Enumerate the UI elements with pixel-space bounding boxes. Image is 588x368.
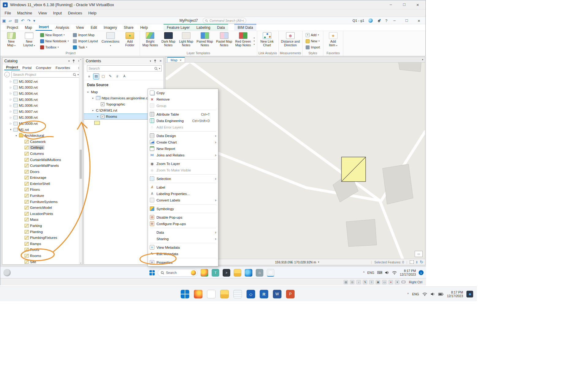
vbox-menu-file[interactable]: File (2, 10, 13, 16)
ribbon-button-add-item[interactable]: AddItem ▾ (325, 32, 342, 51)
snapping-icon[interactable] (115, 74, 120, 79)
ribbon-tab-edit[interactable]: Edit (87, 25, 100, 31)
save-project-icon[interactable] (14, 18, 18, 23)
data-source-icon[interactable] (93, 74, 99, 79)
touch-keyboard-icon[interactable]: ⌨ (377, 270, 382, 275)
collapse-arrow-icon[interactable]: ▾ (96, 115, 99, 118)
menu-item-properties[interactable]: Properties (148, 259, 218, 266)
expand-arrow-icon[interactable]: ▷ (9, 98, 12, 101)
host-language-indicator[interactable]: ENG (412, 292, 419, 296)
expand-arrow-icon[interactable]: ▷ (9, 116, 12, 119)
ribbon-button-task[interactable]: Task▾ (72, 44, 99, 50)
catalog-item-columns[interactable]: Columns (2, 151, 82, 157)
map-coordinates[interactable]: 159,918.09E 170,028.92N m (275, 260, 316, 264)
vbox-close-button[interactable] (415, 2, 420, 7)
arcgis-minimize-button[interactable] (392, 18, 397, 23)
ribbon-tab-labeling[interactable]: Labeling (193, 25, 213, 31)
signed-in-account[interactable]: Q1 - g1 (352, 19, 364, 22)
virtualbox-icon[interactable] (247, 290, 255, 298)
room-symbol-swatch[interactable] (94, 121, 100, 125)
catalog-item-mass[interactable]: Mass (2, 217, 82, 223)
expand-arrow-icon[interactable]: ▷ (9, 92, 12, 95)
catalog-item-m1-0006-rvt[interactable]: ▷M1.0006.rvt (2, 102, 82, 109)
weather-icon[interactable] (201, 269, 208, 277)
catalog-tab-favorites[interactable]: Favorites (54, 65, 72, 70)
menu-item-label[interactable]: Label (148, 184, 218, 190)
selection-tool-icon[interactable] (410, 260, 414, 264)
menu-item-sharing[interactable]: Sharing› (148, 236, 218, 242)
ribbon-tab-view[interactable]: View (73, 25, 87, 31)
ribbon-tab-analysis[interactable]: Analysis (52, 25, 73, 31)
language-icon[interactable]: EN (207, 290, 216, 298)
catalog-scrollbar[interactable]: ▴▾ (79, 58, 82, 264)
settings-icon[interactable] (267, 269, 274, 277)
store-icon[interactable] (256, 269, 263, 277)
close-tab-icon[interactable] (179, 58, 181, 62)
catalog-item-ceilings[interactable]: Ceilings (2, 145, 82, 151)
catalog-search[interactable]: ▾ (11, 71, 80, 78)
search-highlight-icon[interactable] (191, 270, 196, 275)
ribbon-button-red-green-map-notes[interactable]: Red GreenMap Notes (234, 32, 252, 51)
file-explorer-icon[interactable] (220, 290, 229, 298)
catalog-item-genericmodel[interactable]: GenericModel (2, 205, 82, 211)
expand-arrow-icon[interactable]: ▷ (9, 122, 12, 125)
expand-arrow-icon[interactable]: ▷ (9, 110, 12, 113)
catalog-item-plumbingfixtures[interactable]: PlumbingFixtures (2, 235, 82, 241)
ribbon-button-new-report[interactable]: New Report▾ (39, 32, 70, 38)
menu-item-disable-pop-ups[interactable]: Disable Pop-ups (148, 214, 218, 220)
catalog-item-m1-0007-rvt[interactable]: ▷M1.0007.rvt (2, 109, 82, 115)
ribbon-tab-share[interactable]: Share (120, 25, 137, 31)
optical-drive-icon[interactable] (350, 280, 354, 284)
close-panel-icon[interactable] (159, 59, 162, 63)
hard-disk-icon[interactable] (344, 280, 348, 284)
catalog-search-input[interactable] (13, 73, 72, 76)
terminal-icon[interactable] (223, 269, 230, 277)
catalog-item-entourage[interactable]: Entourage (2, 175, 82, 181)
menu-item-labeling-properties[interactable]: Labeling Properties... (148, 190, 218, 197)
catalog-item-exteriorshell[interactable]: ExteriorShell (2, 181, 82, 187)
catalog-item-m1-0002-rvt[interactable]: ▷M1.0002.rvt (2, 79, 82, 85)
catalog-item-site[interactable]: Site (2, 259, 82, 265)
ribbon-button-add-folder[interactable]: AddFolder (121, 32, 138, 51)
notepad-icon[interactable] (233, 290, 242, 298)
vbox-menu-devices[interactable]: Devices (66, 10, 85, 16)
portal-connection-icon[interactable] (368, 18, 373, 23)
guest-clock[interactable]: 8:17 PM 12/17/2023 (400, 269, 416, 276)
undo-icon[interactable] (21, 18, 24, 23)
volume-icon[interactable] (431, 292, 435, 296)
vbox-menu-help[interactable]: Help (86, 10, 99, 16)
widgets-icon[interactable] (3, 269, 11, 276)
redo-icon[interactable] (27, 18, 31, 23)
catalog-item-furnituresystems[interactable]: FurnitureSystems (2, 199, 82, 205)
ribbon-tab-project[interactable]: Project (3, 25, 21, 31)
catalog-tab-computer[interactable]: Computer (34, 65, 53, 70)
ribbon-button-connections[interactable]: Connections ▾ (100, 32, 121, 51)
ribbon-button-import-layout[interactable]: Import Layout (72, 38, 99, 44)
catalog-item-rooms[interactable]: Rooms (2, 253, 82, 259)
shared-folders-icon[interactable] (376, 280, 380, 284)
catalog-tab-project[interactable]: Project (4, 65, 20, 70)
scrollbar-thumb[interactable] (80, 150, 82, 179)
menu-item-joins-and-relates[interactable]: Joins and Relates› (148, 152, 218, 158)
ribbon-button-new-map[interactable]: NewMap ▾ (3, 32, 20, 51)
powerpoint-icon[interactable] (286, 290, 295, 298)
ribbon-tab-help[interactable]: Help (137, 25, 151, 31)
contents-search-input[interactable] (89, 67, 153, 70)
wifi-icon[interactable] (392, 271, 397, 274)
catalog-item-m1-0005-rvt[interactable]: ▷M1.0005.rvt (2, 97, 82, 103)
catalog-item-m1-rvt[interactable]: ▾M1.rvt (2, 127, 82, 133)
ribbon-button-new-layout[interactable]: NewLayout ▾ (21, 32, 38, 51)
chevron-down-icon[interactable]: ▾ (159, 67, 160, 70)
show-hidden-icons[interactable]: ^ (407, 293, 409, 296)
catalog-item-parking[interactable]: Parking (2, 223, 82, 229)
firefox-icon[interactable] (194, 290, 202, 298)
notification-center-icon[interactable] (466, 291, 473, 297)
catalog-item-curtainwallpanels[interactable]: CurtainWallPanels (2, 163, 82, 169)
menu-item-edit-metadata[interactable]: Edit Metadata (148, 251, 218, 257)
back-button[interactable]: ← (4, 72, 10, 77)
collapse-arrow-icon[interactable]: ▾ (91, 109, 94, 112)
arcgis-close-button[interactable] (416, 18, 422, 23)
catalog-item-furniture[interactable]: Furniture (2, 193, 82, 199)
contents-search[interactable]: ▾ (87, 65, 162, 71)
collapse-arrow-icon[interactable]: ▾ (15, 134, 18, 137)
